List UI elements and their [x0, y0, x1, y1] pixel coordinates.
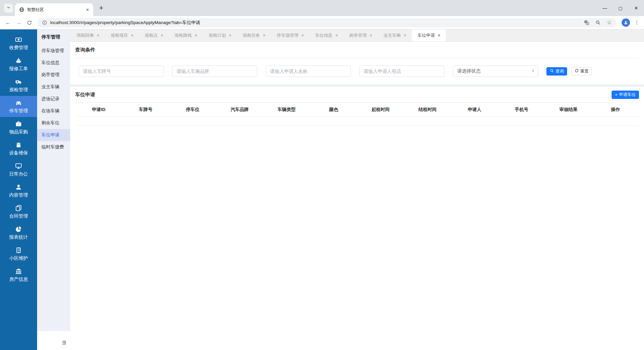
browser-menu-icon[interactable] — [633, 19, 641, 27]
content-tab-label: 强制回单 — [77, 32, 94, 38]
content-tab-10[interactable]: 车位申请× — [412, 29, 446, 41]
content-tab-label: 巡检项目 — [111, 32, 128, 38]
content-tab-label: 巡检计划 — [209, 32, 226, 38]
sidebar-item-label: 物品采购 — [9, 129, 28, 135]
content-tab-label: 巡检路线 — [174, 32, 192, 38]
tab-close-icon[interactable]: × — [85, 7, 91, 13]
tab-close-icon[interactable]: × — [438, 33, 440, 38]
submenu-item-booth[interactable]: 岗亭管理 — [37, 69, 70, 81]
browser-tab[interactable]: 智慧社区 × — [15, 3, 93, 16]
tab-search-button[interactable] — [4, 4, 13, 13]
content-tab-2[interactable]: 巡检点× — [139, 29, 169, 41]
sidebar-item-report[interactable]: 报表统计 — [0, 222, 37, 243]
submenu-item-parking-lot[interactable]: 停车场管理 — [37, 45, 70, 57]
tab-close-icon[interactable]: × — [263, 33, 265, 38]
maximize-icon[interactable]: ▢ — [613, 0, 628, 16]
vehicle-brand-input[interactable] — [172, 66, 257, 77]
submenu-item-space-apply[interactable]: 车位申请 — [37, 129, 70, 141]
search-button[interactable]: 查询 — [546, 67, 567, 76]
tab-close-icon[interactable]: × — [195, 33, 197, 38]
content-tab-7[interactable]: 车位信息× — [309, 29, 344, 41]
ship-icon — [15, 57, 22, 64]
status-select[interactable]: 请选择状态 — [453, 66, 538, 77]
sidebar-item-label: 房产信息 — [9, 276, 28, 282]
user-icon — [15, 183, 22, 191]
plate-no-input[interactable] — [79, 66, 164, 77]
applicant-name-input[interactable] — [266, 66, 351, 77]
submenu-footer — [37, 331, 70, 350]
content-tab-1[interactable]: 巡检项目× — [105, 29, 139, 41]
tab-close-icon[interactable]: × — [404, 33, 406, 38]
status-select-value: 请选择状态 — [457, 68, 481, 74]
back-icon[interactable]: ← — [3, 17, 13, 28]
tab-close-icon[interactable]: × — [336, 33, 338, 38]
building-icon — [15, 246, 22, 254]
submenu-item-temp-fee[interactable]: 临时车缴费 — [37, 141, 70, 153]
window-controls: — ▢ × — [597, 0, 644, 16]
forward-icon[interactable]: → — [13, 17, 24, 28]
sidebar-item-device[interactable]: 设备维保 — [0, 138, 37, 159]
sidebar-item-repair[interactable]: 报修工单 — [0, 54, 37, 75]
profile-avatar[interactable] — [622, 18, 630, 27]
column-header: 结租时间 — [404, 107, 451, 113]
sidebar-item-label: 日常办公 — [9, 171, 28, 177]
applicant-phone-input[interactable] — [359, 66, 444, 77]
column-header: 起租时间 — [357, 107, 404, 113]
new-tab-button[interactable]: + — [97, 3, 106, 13]
content-tab-label: 巡检任务 — [243, 32, 260, 38]
sidebar-item-charge[interactable]: 收费管理 — [0, 33, 37, 54]
ambulance-icon — [15, 78, 22, 85]
submenu-item-owner-vehicle[interactable]: 业主车辆 — [37, 81, 70, 93]
submenu-title: 停车管理 — [37, 29, 70, 45]
sidebar-item-contract[interactable]: 合同管理 — [0, 201, 37, 222]
content-tab-9[interactable]: 业主车辆× — [378, 29, 412, 41]
column-header: 颜色 — [310, 107, 357, 113]
apply-space-button[interactable]: +申请车位 — [612, 91, 639, 99]
reset-button[interactable]: 重置 — [571, 67, 592, 76]
translate-icon[interactable] — [582, 18, 591, 27]
tab-close-icon[interactable]: × — [229, 33, 231, 38]
close-icon[interactable]: × — [628, 0, 644, 16]
content-tab-4[interactable]: 巡检计划× — [203, 29, 237, 41]
content-tab-label: 巡检点 — [145, 32, 158, 38]
primary-sidebar: 收费管理报修工单巡检管理停车管理物品采购设备维保日常办公内容管理合同管理报表统计… — [0, 29, 37, 350]
content-tab-6[interactable]: 停车场管理× — [271, 29, 309, 41]
query-card: 查询条件 请选择状态查询重置 — [70, 42, 644, 84]
sidebar-item-contentmgr[interactable]: 内容管理 — [0, 180, 37, 201]
sidebar-item-label: 小区维护 — [9, 255, 28, 261]
address-bar[interactable]: localhost:3000/#/pages/property/parkingS… — [37, 18, 616, 27]
bookmark-star-icon[interactable]: ☆ — [605, 18, 614, 27]
content-tab-8[interactable]: 岗亭管理× — [344, 29, 378, 41]
content-tab-0[interactable]: 强制回单× — [71, 29, 105, 41]
sidebar-item-office[interactable]: 日常办公 — [0, 159, 37, 180]
minimize-icon[interactable]: — — [597, 0, 613, 16]
content-tab-label: 停车场管理 — [277, 32, 298, 38]
tab-close-icon[interactable]: × — [97, 33, 99, 38]
submenu-item-entry-record[interactable]: 进场记录 — [37, 93, 70, 105]
content-tab-3[interactable]: 巡检路线× — [169, 29, 203, 41]
sidebar-item-parking[interactable]: 停车管理 — [0, 96, 37, 117]
submenu-item-onsite-vehicle[interactable]: 在场车辆 — [37, 105, 70, 117]
tab-close-icon[interactable]: × — [131, 33, 133, 38]
content-tab-5[interactable]: 巡检任务× — [237, 29, 271, 41]
documents-icon — [15, 204, 22, 212]
content-tab-label: 岗亭管理 — [349, 32, 367, 38]
info-icon[interactable] — [41, 18, 47, 27]
collapse-sidebar-icon[interactable] — [61, 340, 67, 347]
briefcase-icon — [15, 120, 22, 127]
submenu-item-remaining-space[interactable]: 剩余车位 — [37, 117, 70, 129]
zoom-out-icon[interactable] — [594, 18, 602, 27]
sidebar-item-inspection[interactable]: 巡检管理 — [0, 75, 37, 96]
sidebar-item-community[interactable]: 小区维护 — [0, 243, 37, 264]
submenu-item-space-info[interactable]: 车位信息 — [37, 57, 70, 69]
tab-close-icon[interactable]: × — [370, 33, 372, 38]
query-form: 请选择状态查询重置 — [75, 58, 639, 84]
sidebar-item-procure[interactable]: 物品采购 — [0, 117, 37, 138]
sidebar-item-label: 内容管理 — [9, 192, 28, 198]
tab-close-icon[interactable]: × — [161, 33, 163, 38]
table-empty-row — [75, 117, 639, 126]
column-header: 汽车品牌 — [216, 107, 263, 113]
sidebar-item-estate[interactable]: 房产信息 — [0, 264, 37, 285]
tab-close-icon[interactable]: × — [301, 33, 304, 38]
reload-icon[interactable] — [24, 17, 35, 28]
